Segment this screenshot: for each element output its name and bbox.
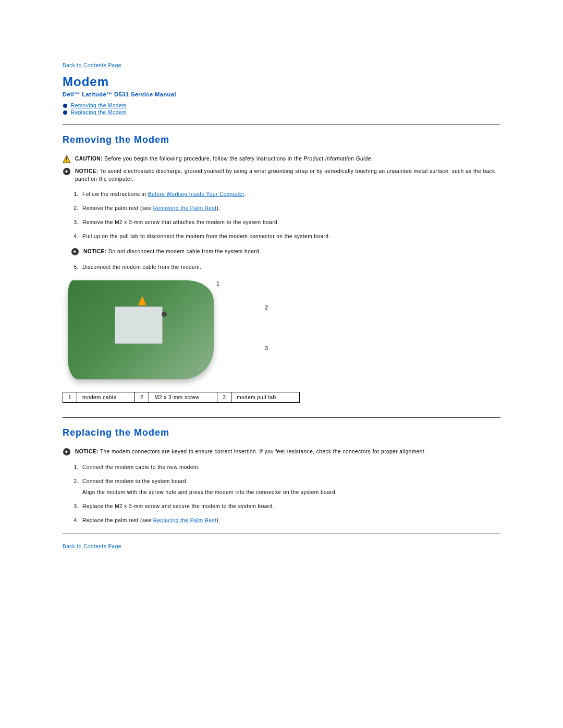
- caution-body-guide: Product Information Guide: [304, 156, 371, 162]
- notice-label: NOTICE:: [83, 249, 108, 254]
- page: Back to Contents Page Modem Dell™ Latitu…: [0, 0, 563, 643]
- notice-cable-text: NOTICE: Do not disconnect the modem cabl…: [83, 248, 500, 255]
- cell-text-3: modem pull tab: [231, 392, 300, 403]
- cell-num-2: 2: [135, 392, 149, 403]
- replacing-steps: Connect the modem cable to the new modem…: [71, 463, 500, 524]
- caution-icon: [63, 155, 71, 163]
- cell-text-1: modem cable: [77, 392, 135, 403]
- divider: [63, 534, 500, 534]
- section-removing-title: Removing the Modem: [63, 134, 500, 145]
- callout-1: 1: [216, 280, 220, 287]
- notice-icon: [63, 448, 71, 456]
- replacing-step-2: Connect the modem to the system board. A…: [80, 477, 500, 496]
- notice-keyed-text: NOTICE: The modem connectors are keyed t…: [75, 448, 500, 455]
- callout-3: 3: [265, 345, 268, 351]
- toc-link-removing[interactable]: Removing the Modem: [71, 103, 127, 108]
- toc-link-replacing[interactable]: Replacing the Modem: [71, 109, 127, 115]
- svg-point-1: [63, 110, 67, 115]
- notice-cable-body: Do not disconnect the modem cable from t…: [108, 249, 261, 254]
- svg-rect-3: [66, 157, 67, 160]
- svg-point-0: [63, 104, 67, 108]
- table-row: 1 modem cable 2 M2 x 3-mm screw 3 modem …: [63, 392, 300, 403]
- step-text: Follow the instructions in: [82, 191, 148, 197]
- replacing-step-2-sub: Align the modem with the screw hole and …: [82, 488, 500, 496]
- notice-esd-row: NOTICE: To avoid electrostatic discharge…: [63, 167, 500, 183]
- notice-esd-body: To avoid electrostatic discharge, ground…: [75, 168, 495, 182]
- divider: [63, 125, 500, 125]
- notice-label: NOTICE:: [75, 168, 100, 174]
- toc: Removing the Modem Replacing the Modem: [63, 103, 500, 115]
- removing-step-1: Follow the instructions in Before Workin…: [80, 190, 500, 198]
- replacing-step-1: Connect the modem cable to the new modem…: [80, 463, 500, 471]
- caution-label: CAUTION:: [75, 156, 104, 162]
- back-to-contents-bottom[interactable]: Back to Contents Page: [63, 544, 121, 549]
- removing-step-5: Disconnect the modem cable from the mode…: [80, 263, 500, 271]
- link-before-working[interactable]: Before Working Inside Your Computer: [148, 191, 244, 197]
- step-text-b: .: [244, 191, 246, 197]
- cell-num-3: 3: [217, 392, 231, 403]
- back-to-contents-top[interactable]: Back to Contents Page: [63, 63, 121, 68]
- notice-keyed-row: NOTICE: The modem connectors are keyed t…: [63, 448, 500, 456]
- step-text: Connect the modem to the system board.: [82, 478, 188, 484]
- removing-step-2: Remove the palm rest (see Removing the P…: [80, 204, 500, 212]
- cell-text-2: M2 x 3-mm screw: [149, 392, 217, 403]
- caution-body-a: Before you begin the following procedure…: [104, 156, 303, 162]
- modem-diagram: 1 2 3 1 modem cable 2 M2 x 3-mm screw 3 …: [63, 280, 500, 403]
- caution-row: CAUTION: Before you begin the following …: [63, 155, 500, 163]
- step-text-b: ).: [216, 517, 220, 523]
- callout-2: 2: [265, 304, 268, 311]
- section-replacing-title: Replacing the Modem: [63, 427, 500, 438]
- removing-steps-1: Follow the instructions in Before Workin…: [71, 190, 500, 240]
- toc-item-removing: Removing the Modem: [63, 103, 500, 108]
- removing-steps-2: Disconnect the modem cable from the mode…: [71, 263, 500, 271]
- svg-rect-4: [66, 161, 67, 161]
- notice-icon: [71, 248, 79, 256]
- toc-item-replacing: Replacing the Modem: [63, 109, 500, 115]
- bullet-icon: [63, 110, 68, 115]
- board-illustration: [68, 280, 214, 379]
- replacing-step-3: Replace the M2 x 3-mm screw and secure t…: [80, 502, 500, 510]
- divider: [63, 417, 500, 418]
- step-text: Replace the palm rest (see: [82, 517, 153, 523]
- caution-text: CAUTION: Before you begin the following …: [75, 155, 500, 163]
- step-text-b: ).: [216, 205, 220, 211]
- caution-body-c: .: [371, 156, 373, 162]
- notice-cable-row: NOTICE: Do not disconnect the modem cabl…: [71, 248, 500, 256]
- page-title: Modem: [63, 75, 500, 89]
- cell-num-1: 1: [63, 392, 77, 403]
- notice-label: NOTICE:: [75, 449, 100, 454]
- page-subtitle: Dell™ Latitude™ D531 Service Manual: [63, 91, 500, 97]
- notice-esd-text: NOTICE: To avoid electrostatic discharge…: [75, 167, 500, 183]
- link-removing-palm-rest[interactable]: Removing the Palm Rest: [153, 205, 217, 211]
- notice-icon: [63, 167, 71, 176]
- bullet-icon: [63, 103, 68, 108]
- replacing-step-4: Replace the palm rest (see Replacing the…: [80, 516, 500, 524]
- link-replacing-palm-rest[interactable]: Replacing the Palm Rest: [153, 517, 217, 523]
- parts-table: 1 modem cable 2 M2 x 3-mm screw 3 modem …: [63, 392, 300, 403]
- removing-step-3: Remove the M2 x 3-mm screw that attaches…: [80, 218, 500, 226]
- removing-step-4: Pull up on the pull tab to disconnect th…: [80, 232, 500, 240]
- step-text: Remove the palm rest (see: [82, 205, 153, 211]
- notice-keyed-body: The modem connectors are keyed to ensure…: [100, 449, 426, 454]
